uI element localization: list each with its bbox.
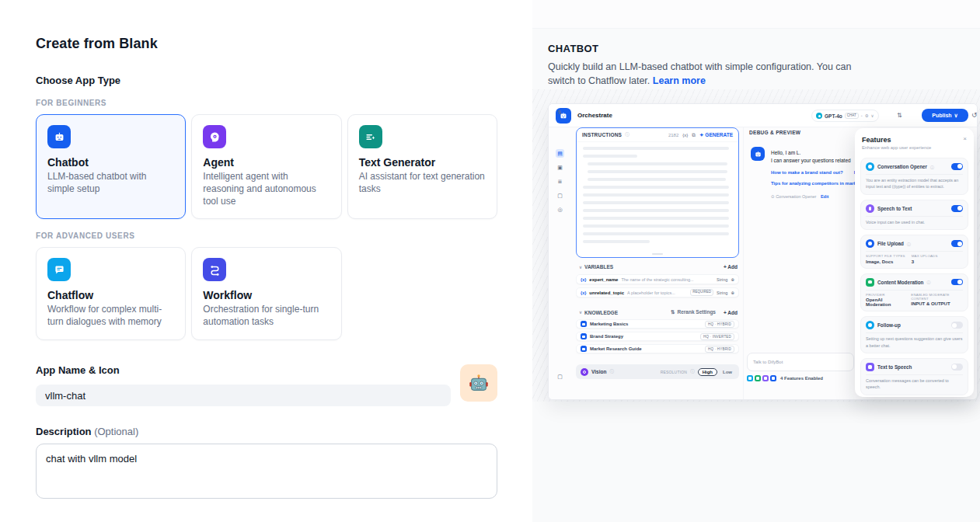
globe-icon: ◎	[556, 205, 564, 214]
note-icon: ▢	[556, 191, 564, 200]
card-title: Text Generator	[359, 156, 486, 169]
toggle-switch	[951, 364, 963, 371]
variable-icon: {x}	[581, 277, 586, 282]
app-type-card-text-generator[interactable]: Text Generator AI assistant for text gen…	[347, 114, 497, 219]
char-count: 2182	[668, 133, 678, 137]
toggle-switch	[951, 240, 963, 247]
resolution-low-option: Low	[720, 369, 734, 375]
feature-speech-to-text: Speech to Text Voice input can be used i…	[860, 200, 968, 230]
doc-icon: ≣	[556, 177, 564, 186]
features-title: Features	[862, 136, 967, 144]
text-to-speech-icon	[866, 363, 874, 371]
feature-content-moderation: Content Moderation ⓘ PROVIDEROpenAI Mode…	[860, 273, 968, 312]
features-subtitle: Enhance web app user experience	[862, 145, 967, 150]
agent-icon	[203, 125, 226, 148]
optional-hint: (Optional)	[94, 426, 138, 437]
vision-setting-bar: Vision ⓘ RESOLUTION ⓘ High Low	[576, 364, 739, 379]
opener-feature-icon	[747, 375, 753, 381]
top-strip	[532, 0, 980, 29]
card-title: Workflow	[203, 289, 330, 301]
preview-band: Orchestrate GPT-4o CHAT ◦ ⚙ ∨ ⇅ Publish …	[532, 89, 980, 402]
card-title: Chatbot	[47, 156, 174, 169]
required-chip: REQUIRED	[690, 289, 713, 296]
image-icon: ▣	[556, 163, 564, 172]
resize-handle	[652, 253, 663, 255]
conversation-opener-icon	[866, 162, 874, 171]
feature-conversation-opener: Conversation Opener ⓘ You are an entity …	[860, 158, 968, 195]
card-title: Chatflow	[47, 289, 174, 301]
follow-up-icon	[866, 321, 874, 329]
settings-icon: ⚙	[865, 113, 869, 118]
description-textarea[interactable]	[36, 444, 497, 499]
params-icon: ◦	[861, 113, 863, 118]
beginner-cards: Chatbot LLM-based chatbot with simple se…	[36, 114, 497, 219]
knowledge-header: ∨ KNOWLEDGE ⇅Rerank Settings + Add	[579, 309, 738, 315]
app-name-input[interactable]	[36, 385, 451, 406]
toggle-switch	[951, 163, 963, 170]
publish-button: Publish ∨	[922, 109, 968, 122]
dataset-icon	[581, 346, 587, 352]
close-icon: ×	[963, 135, 967, 142]
app-type-card-chatbot[interactable]: Chatbot LLM-based chatbot with simple se…	[36, 114, 186, 219]
app-name-row: App Name & Icon	[36, 364, 497, 406]
app-type-card-chatflow[interactable]: Chatflow Workflow for complex multi-turn…	[36, 247, 186, 340]
chevron-down-icon: ∨	[871, 113, 874, 118]
swap-icon: ⇅	[671, 309, 675, 315]
toggle-switch	[951, 279, 963, 286]
speech-feature-icon	[762, 375, 769, 381]
generate-button: ✦GENERATE	[699, 132, 733, 138]
card-desc: Orchestration for single-turn automation…	[203, 304, 330, 329]
instructions-panel: INSTRUCTIONS ⓘ 2182 {x} ⧉ ✦GENERATE	[576, 127, 739, 258]
preview-app-title: Orchestrate	[577, 104, 612, 127]
knowledge-row: Market Research Guide HQ · HYBRID	[576, 344, 739, 353]
rerank-settings-button: ⇅Rerank Settings	[671, 309, 716, 315]
description-label: Description (Optional)	[36, 426, 497, 437]
swap-icon: ⇅	[556, 108, 564, 117]
opener-mark-icon: ⊙	[771, 194, 775, 199]
bot-avatar	[751, 147, 765, 161]
chat-input: Talk to DifyBot	[747, 353, 854, 371]
dataset-icon	[581, 321, 587, 327]
toggle-switch	[951, 205, 963, 212]
upload-feature-icon	[770, 375, 776, 381]
card-title: Agent	[203, 156, 330, 169]
type-icon: ⊕	[731, 277, 734, 282]
feature-file-upload: File Upload ⓘ SUPPORT FILE TYPESImage, D…	[860, 235, 968, 269]
preview-heading: CHATBOT	[548, 43, 964, 54]
feature-follow-up: Follow-up Setting up next questions sugg…	[860, 316, 968, 353]
page-title: Create from Blank	[36, 36, 497, 52]
info-icon: ⓘ	[625, 132, 630, 137]
features-enabled-row: 4 Features Enabled	[747, 375, 823, 381]
file-upload-icon	[866, 239, 874, 248]
app-type-card-agent[interactable]: Agent Intelligent agent with reasoning a…	[191, 114, 341, 219]
variable-row: {x} expert_name The name of the strategi…	[576, 274, 739, 284]
info-icon: ⓘ	[690, 369, 695, 374]
learn-more-link[interactable]: Learn more	[653, 75, 706, 86]
app-type-preview-panel: CHATBOT Quickly build an LLM-based chatb…	[532, 0, 980, 522]
app-type-card-workflow[interactable]: Workflow Orchestration for single-turn a…	[191, 247, 341, 340]
chevron-down-icon: ∨	[954, 113, 958, 119]
app-icon-picker[interactable]	[460, 364, 497, 402]
speech-to-text-icon	[866, 204, 874, 213]
window-icon: ▢	[556, 372, 564, 381]
variable-icon: {x}	[682, 133, 688, 137]
group-for-advanced-users: FOR ADVANCED USERS	[36, 231, 497, 240]
type-icon: ⊕	[731, 291, 734, 295]
copy-icon: ⧉	[692, 132, 696, 138]
info-icon: ⓘ	[930, 165, 934, 169]
knowledge-row: Marketing Basics HQ · HYBRID	[576, 319, 739, 329]
swap-icon: ⇅	[897, 112, 902, 119]
dataset-icon	[581, 333, 587, 339]
add-knowledge-button: + Add	[724, 310, 738, 315]
chatflow-icon	[47, 258, 71, 281]
group-for-beginners: FOR BEGINNERS	[36, 99, 497, 107]
variables-header: ∨ VARIABLES + Add	[579, 264, 738, 270]
content-moderation-icon	[866, 278, 874, 287]
info-icon: ⓘ	[609, 369, 614, 374]
orchestrate-tab-icon: ▤	[556, 149, 564, 158]
pane-divider	[743, 127, 744, 399]
spark-icon: ✦	[699, 132, 703, 138]
preview-description: Quickly build an LLM-based chatbot with …	[548, 60, 863, 88]
choose-app-type-heading: Choose App Type	[36, 75, 497, 86]
robot-emoji-icon	[467, 371, 490, 395]
